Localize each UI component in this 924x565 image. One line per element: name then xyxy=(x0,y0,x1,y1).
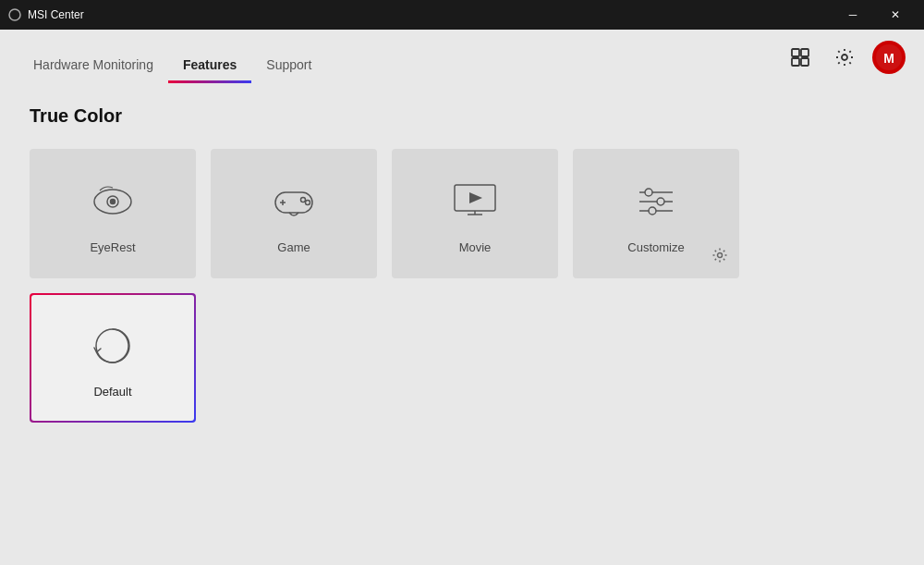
svg-marker-19 xyxy=(469,192,482,203)
svg-point-0 xyxy=(9,9,20,20)
minimize-button[interactable]: ─ xyxy=(832,0,874,30)
section-title: True Color xyxy=(30,105,894,127)
user-avatar[interactable]: M xyxy=(872,41,906,74)
card-movie[interactable]: Movie xyxy=(392,149,558,278)
svg-point-23 xyxy=(645,189,652,196)
card-eyerest-label: EyeRest xyxy=(90,240,135,254)
app-title: MSI Center xyxy=(28,8,84,21)
svg-rect-4 xyxy=(801,58,808,66)
app-icon xyxy=(7,7,22,22)
card-default-wrapper: Default xyxy=(30,293,196,423)
gamepad-icon xyxy=(266,174,322,229)
main-content: Hardware Monitoring Features Support xyxy=(0,30,924,565)
tab-features[interactable]: Features xyxy=(168,30,251,83)
monitor-play-icon xyxy=(447,174,503,229)
page-content: True Color EyeRest xyxy=(0,83,924,565)
svg-rect-1 xyxy=(792,49,799,56)
svg-point-10 xyxy=(111,199,116,203)
svg-point-25 xyxy=(649,207,656,215)
tab-hardware-monitoring[interactable]: Hardware Monitoring xyxy=(18,30,168,83)
card-customize[interactable]: Customize xyxy=(573,149,739,278)
close-button[interactable]: ✕ xyxy=(874,0,917,30)
cards-grid: EyeRest Game xyxy=(30,149,894,423)
svg-point-5 xyxy=(842,55,847,60)
svg-point-14 xyxy=(301,197,306,202)
svg-point-26 xyxy=(718,253,723,258)
card-game[interactable]: Game xyxy=(211,149,377,278)
svg-rect-2 xyxy=(801,49,808,56)
svg-point-15 xyxy=(306,200,310,204)
reset-icon xyxy=(85,318,140,374)
sliders-icon xyxy=(628,174,684,229)
title-bar: MSI Center ─ ✕ xyxy=(0,0,924,30)
card-eyerest[interactable]: EyeRest xyxy=(30,149,196,278)
nav-right-icons: M xyxy=(784,41,906,83)
customize-gear-icon[interactable] xyxy=(711,247,728,267)
card-customize-label: Customize xyxy=(627,240,684,254)
card-movie-label: Movie xyxy=(459,240,492,254)
svg-rect-3 xyxy=(792,58,799,66)
svg-text:M: M xyxy=(883,51,894,66)
card-default[interactable]: Default xyxy=(31,295,194,421)
card-game-label: Game xyxy=(277,240,310,254)
window-controls: ─ ✕ xyxy=(832,0,917,30)
svg-point-24 xyxy=(657,198,664,205)
card-default-label: Default xyxy=(93,385,131,399)
grid-view-button[interactable] xyxy=(784,41,817,74)
settings-button[interactable] xyxy=(828,41,861,74)
tab-support[interactable]: Support xyxy=(251,30,326,83)
eye-icon xyxy=(85,174,140,229)
nav-bar: Hardware Monitoring Features Support xyxy=(0,30,924,83)
title-bar-left: MSI Center xyxy=(7,7,84,22)
nav-tabs: Hardware Monitoring Features Support xyxy=(18,30,326,83)
